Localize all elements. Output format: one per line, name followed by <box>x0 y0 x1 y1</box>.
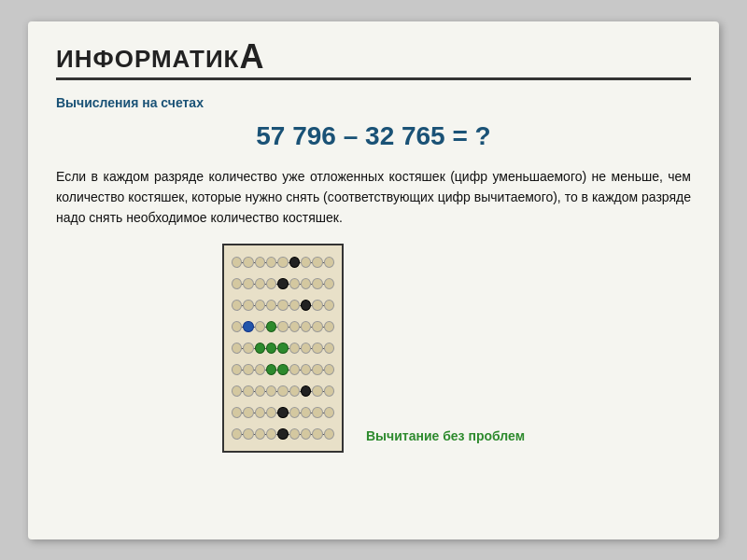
section-title: Вычисления на счетах <box>56 95 691 110</box>
abacus-row-8 <box>232 402 334 423</box>
abacus-row-4 <box>232 316 334 337</box>
content-area: Вычитание без проблем <box>56 244 691 453</box>
brand-letter: А <box>239 40 263 74</box>
body-paragraph: Если в каждом разряде количество уже отл… <box>56 166 691 229</box>
abacus <box>222 244 344 453</box>
abacus-row-6 <box>232 359 334 380</box>
abacus-row-1 <box>232 252 334 273</box>
abacus-row-2 <box>232 273 334 294</box>
abacus-row-9 <box>232 424 334 444</box>
header: ИНФОРМАТИКА <box>56 40 691 80</box>
slide: ИНФОРМАТИКА Вычисления на счетах 57 796 … <box>28 21 719 539</box>
abacus-row-3 <box>232 295 334 315</box>
abacus-subtitle: Вычитание без проблем <box>366 428 525 453</box>
abacus-row-7 <box>232 381 334 401</box>
abacus-row-5 <box>232 338 334 358</box>
equation: 57 796 – 32 765 = ? <box>56 121 691 151</box>
brand-text: ИНФОРМАТИК <box>56 45 239 74</box>
